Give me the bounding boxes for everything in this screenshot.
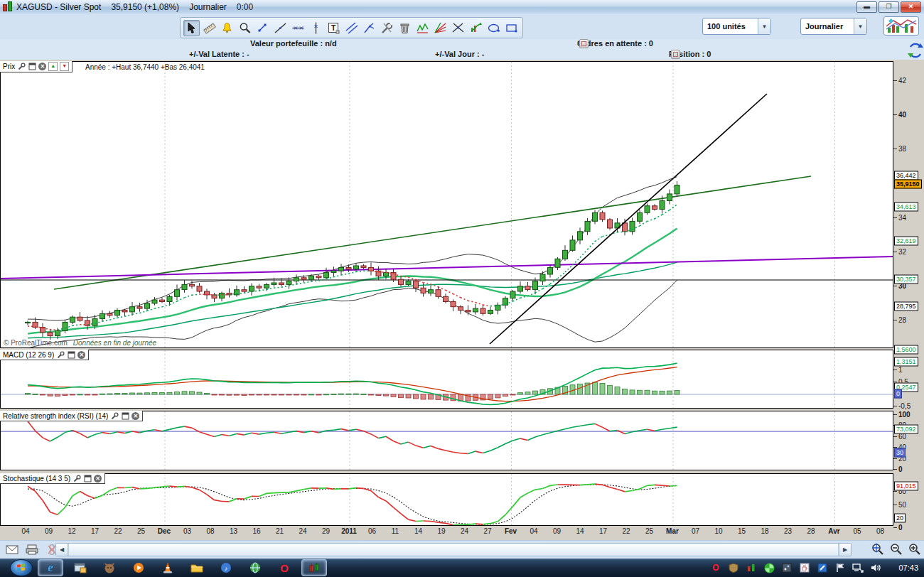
zoom-tool[interactable] <box>237 20 253 36</box>
close-icon[interactable]: ✕ <box>131 412 139 420</box>
axis-tick-mark <box>893 320 897 320</box>
taskbar-item-vlc[interactable] <box>156 560 180 576</box>
period-select[interactable]: Journalier ▼ <box>800 18 867 35</box>
scroll-left-button[interactable]: ◀ <box>56 544 68 556</box>
app-tray-icon[interactable] <box>781 562 793 573</box>
window-icon[interactable] <box>83 474 92 482</box>
text-tool[interactable]: T <box>326 20 342 36</box>
axis-tick-label: 40 <box>898 443 906 451</box>
close-icon[interactable]: ✕ <box>77 351 85 359</box>
chart-type-icon <box>885 18 918 34</box>
java-tray-icon[interactable] <box>799 562 810 573</box>
axis-tick-label: 40 <box>898 111 906 119</box>
sync-icon[interactable] <box>907 41 924 60</box>
date-tick: 10 <box>714 527 722 535</box>
rectangle-tool[interactable] <box>503 20 520 36</box>
pointer-tool[interactable] <box>183 20 200 36</box>
ellipse-tool[interactable] <box>485 20 502 36</box>
forecast-tool[interactable] <box>468 20 484 36</box>
close-icon[interactable]: ✕ <box>38 63 46 70</box>
taskbar-item-remote-program[interactable] <box>68 560 92 576</box>
delete-tool[interactable] <box>397 20 413 36</box>
arrow-down-icon[interactable]: ▼ <box>60 62 69 71</box>
zoom-in-icon[interactable] <box>907 542 921 555</box>
cross-lines-tool[interactable] <box>450 20 466 36</box>
stochastic-panel-header[interactable]: Stochastique (14 3 5) ✕ <box>0 473 105 484</box>
taskbar-item-prorealtime[interactable] <box>301 559 327 576</box>
chart-type-button[interactable] <box>883 16 919 36</box>
units-value: 100 unités <box>703 22 758 31</box>
ruler-tool[interactable] <box>201 20 217 36</box>
start-button[interactable] <box>10 559 33 576</box>
price-panel-header[interactable]: Prix ✕ ▲ ▼ <box>0 61 72 72</box>
taskbar-item-itunes[interactable]: ♪ <box>214 560 238 576</box>
chart-tray-icon[interactable] <box>746 562 757 573</box>
settings-tool[interactable] <box>379 20 395 36</box>
date-tick: 08 <box>876 527 884 535</box>
price-panel[interactable]: © ProRealTime.comDonnées en fin de journ… <box>0 61 893 348</box>
macd-panel-header[interactable]: MACD (12 26 9) ✕ <box>0 350 89 360</box>
macd-panel[interactable] <box>0 350 893 409</box>
stochastic-chart[interactable] <box>1 474 893 525</box>
minimize-button[interactable]: ▬ <box>856 1 877 13</box>
price-chart[interactable] <box>1 62 893 347</box>
taskbar-item-media-player[interactable] <box>127 560 151 576</box>
scroll-right-button[interactable]: ▶ <box>839 544 851 556</box>
macd-chart[interactable] <box>1 350 893 408</box>
units-select[interactable]: 100 unités ▼ <box>702 18 771 35</box>
vertical-line-tool[interactable] <box>308 20 324 36</box>
window-icon[interactable] <box>121 411 129 420</box>
pan-zoom-icon[interactable] <box>870 542 884 555</box>
axis-tick-label: 80 <box>898 487 906 495</box>
wrench-icon[interactable] <box>72 474 81 482</box>
indicator-value-label: 0,2547 <box>894 383 918 392</box>
window-icon[interactable] <box>28 63 36 71</box>
orders-icon[interactable] <box>579 39 589 48</box>
volume-tray-icon[interactable] <box>870 562 881 573</box>
date-tick: Avr <box>828 527 839 535</box>
axis-tick-mark <box>893 217 897 218</box>
taskbar-item-internet-explorer[interactable]: e <box>38 559 63 576</box>
wrench-icon[interactable] <box>17 63 26 71</box>
zigzag-pattern-tool[interactable] <box>414 20 431 36</box>
chart-workspace[interactable]: © ProRealTime.comDonnées en fin de journ… <box>0 60 924 540</box>
close-button[interactable]: ✕ <box>901 1 921 13</box>
taskbar-item-explorer[interactable] <box>185 560 209 576</box>
horizontal-line-tool[interactable] <box>290 20 306 36</box>
mail-icon[interactable] <box>4 544 20 556</box>
windows-logo-icon <box>17 563 26 571</box>
position-icon[interactable] <box>671 50 680 59</box>
fan-pattern-tool[interactable] <box>432 20 448 36</box>
date-tick: 24 <box>299 527 306 535</box>
maximize-button[interactable]: ❐ <box>879 1 899 13</box>
pinwheel-tray-icon[interactable] <box>763 562 775 573</box>
taskbar-item-globe-browser[interactable] <box>243 560 267 576</box>
wrench-icon[interactable] <box>56 350 65 359</box>
taskbar-item-emule[interactable] <box>97 560 122 576</box>
segment-tool[interactable] <box>254 20 271 36</box>
security-tray-icon[interactable] <box>728 562 739 573</box>
scrollbar-thumb[interactable] <box>68 544 839 556</box>
date-tick: 21 <box>276 527 284 535</box>
wrench-icon[interactable] <box>110 411 119 420</box>
horizontal-scrollbar[interactable]: ◀ ▶ <box>55 543 852 556</box>
flag-tray-icon[interactable] <box>834 562 846 573</box>
network-tray-icon[interactable] <box>852 562 864 573</box>
alert-tool[interactable] <box>219 20 235 36</box>
pitchfork-tool[interactable] <box>361 20 377 36</box>
arrow-up-icon[interactable]: ▲ <box>48 62 58 71</box>
opera-tray-icon[interactable]: O <box>710 562 721 573</box>
stochastic-panel[interactable] <box>0 473 893 526</box>
parallel-lines-tool[interactable] <box>343 20 360 36</box>
window-titlebar[interactable]: XAGUSD - Silver Spot 35,9150 (+1,08%) Jo… <box>0 0 924 14</box>
taskbar-item-opera[interactable]: O <box>272 560 296 576</box>
tools-tray-icon[interactable] <box>817 562 828 573</box>
axis-tick-mark <box>893 80 897 81</box>
trendline-tool[interactable] <box>272 20 289 36</box>
print-icon[interactable] <box>24 544 40 556</box>
zoom-out-icon[interactable] <box>888 542 903 555</box>
window-title: XAGUSD - Silver Spot <box>16 2 101 12</box>
rsi-panel-header[interactable]: Relative strength index (RSI) (14) ✕ <box>0 411 143 421</box>
close-icon[interactable]: ✕ <box>94 475 102 482</box>
window-icon[interactable] <box>67 350 75 359</box>
